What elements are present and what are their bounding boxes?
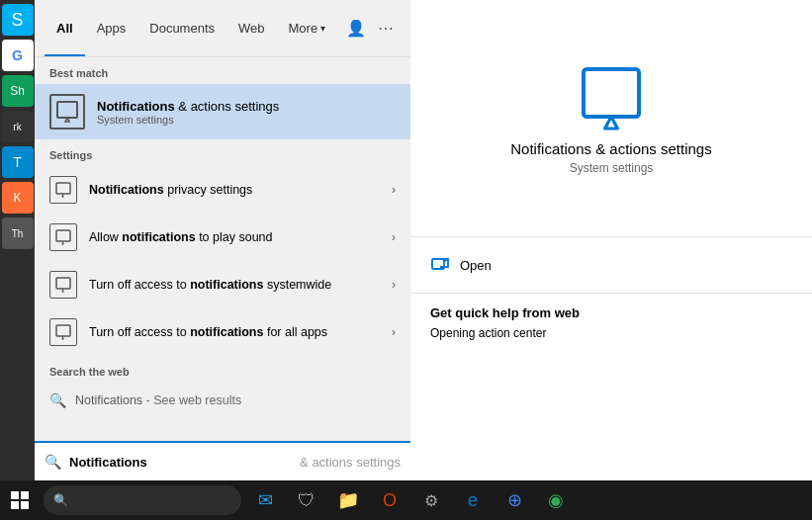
this-icon[interactable]: Th — [2, 217, 34, 249]
skype-icon[interactable]: S — [2, 4, 34, 36]
right-panel-actions: Open — [410, 237, 812, 294]
best-match-label: Best match — [35, 57, 410, 84]
notification-large-icon — [572, 61, 651, 140]
taskbar-folder-icon[interactable]: 📁 — [328, 480, 368, 520]
web-search-suffix: - See web results — [142, 393, 241, 407]
open-label: Open — [460, 258, 492, 273]
best-match-title-rest: & actions settings — [175, 99, 280, 114]
more-label: More — [289, 21, 318, 36]
tab-all[interactable]: All — [45, 0, 85, 56]
settings-item-1[interactable]: Allow notifications to play sound › — [35, 214, 410, 261]
svg-rect-5 — [584, 69, 639, 117]
web-search-text: Notifications - See web results — [75, 393, 241, 407]
taskbar-security-icon[interactable]: 🛡 — [287, 480, 326, 520]
help-text: Opening action center — [430, 326, 792, 340]
settings-item-0[interactable]: Notifications privacy settings › — [35, 166, 410, 214]
results-area: Best match Notifications & actions setti… — [35, 57, 410, 441]
more-options-icon[interactable]: ⋯ — [371, 14, 401, 43]
people-icon[interactable]: 👤 — [341, 14, 371, 43]
taskbar-office-icon[interactable]: O — [370, 480, 409, 520]
chevron-down-icon: ▾ — [320, 23, 325, 34]
tab-apps[interactable]: Apps — [85, 0, 138, 56]
rank-icon[interactable]: rk — [2, 111, 34, 142]
search-input-suffix: & actions settings — [300, 455, 401, 470]
svg-rect-4 — [56, 325, 70, 336]
settings-icon-0 — [49, 176, 77, 204]
best-match-subtitle: System settings — [97, 114, 279, 126]
settings-arrow-0: › — [392, 183, 396, 197]
settings-arrow-2: › — [392, 278, 396, 292]
svg-rect-1 — [56, 183, 70, 194]
web-search-query: Notifications — [75, 393, 142, 407]
start-button[interactable] — [0, 480, 40, 520]
search-input[interactable] — [69, 455, 300, 470]
best-match-text: Notifications & actions settings System … — [97, 99, 279, 126]
taskbar-mail-icon[interactable]: ✉ — [245, 480, 285, 520]
left-sidebar: S G Sh rk T K Th — [0, 0, 35, 480]
taskbar-edge-icon[interactable]: e — [453, 480, 493, 520]
taskbar-search[interactable]: 🔍 — [44, 485, 241, 515]
windows-icon — [11, 491, 29, 509]
right-panel: Notifications & actions settings System … — [410, 0, 812, 480]
tab-more[interactable]: More ▾ — [277, 0, 338, 56]
settings-arrow-1: › — [392, 230, 396, 244]
right-panel-subtitle: System settings — [570, 161, 654, 175]
right-panel-top: Notifications & actions settings System … — [410, 0, 812, 237]
telegram-icon[interactable]: T — [2, 146, 34, 178]
tab-web[interactable]: Web — [226, 0, 277, 56]
taskbar-other-icon[interactable]: ◉ — [536, 480, 576, 520]
settings-label: Settings — [35, 139, 410, 166]
search-tabs: All Apps Documents Web More ▾ 👤 ⋯ — [35, 0, 410, 57]
taskbar-icons: ✉ 🛡 📁 O ⚙ e ⊕ ◉ — [245, 480, 812, 520]
web-search-item[interactable]: 🔍 Notifications - See web results — [35, 383, 410, 418]
svg-rect-2 — [56, 230, 70, 241]
best-match-title-bold: Notifications — [97, 99, 175, 114]
google-icon[interactable]: G — [2, 40, 34, 71]
right-panel-help: Get quick help from web Opening action c… — [410, 294, 812, 352]
keyboard-icon[interactable]: K — [2, 182, 34, 214]
taskbar-chrome-icon[interactable]: ⊕ — [495, 480, 534, 520]
search-input-bar: 🔍 & actions settings — [35, 441, 410, 480]
taskbar: 🔍 ✉ 🛡 📁 O ⚙ e ⊕ ◉ — [0, 480, 812, 520]
taskbar-search-icon: 🔍 — [53, 493, 68, 507]
taskbar-steam-icon[interactable]: ⚙ — [411, 480, 451, 520]
settings-icon-2 — [49, 271, 77, 299]
settings-arrow-3: › — [392, 325, 396, 339]
sheets-icon[interactable]: Sh — [2, 75, 34, 107]
settings-item-text-1: Allow notifications to play sound — [89, 230, 392, 244]
svg-rect-3 — [56, 278, 70, 289]
help-title: Get quick help from web — [430, 305, 792, 320]
web-search-label: Search the web — [35, 356, 410, 383]
tab-documents[interactable]: Documents — [137, 0, 226, 56]
settings-icon-3 — [49, 318, 77, 346]
best-match-item[interactable]: Notifications & actions settings System … — [35, 84, 410, 139]
settings-item-3[interactable]: Turn off access to notifications for all… — [35, 308, 410, 356]
open-icon — [430, 255, 450, 275]
settings-item-text-0: Notifications privacy settings — [89, 183, 392, 197]
open-action[interactable]: Open — [430, 249, 792, 281]
search-circle-icon: 🔍 — [49, 392, 65, 408]
search-panel: All Apps Documents Web More ▾ 👤 ⋯ Best m… — [35, 0, 410, 480]
svg-rect-0 — [57, 102, 77, 118]
right-panel-title: Notifications & actions settings — [491, 140, 731, 157]
search-input-icon: 🔍 — [45, 454, 61, 470]
settings-item-text-2: Turn off access to notifications systemw… — [89, 278, 392, 292]
settings-icon-1 — [49, 223, 77, 251]
best-match-icon — [49, 94, 85, 130]
settings-item-text-3: Turn off access to notifications for all… — [89, 325, 392, 339]
settings-item-2[interactable]: Turn off access to notifications systemw… — [35, 261, 410, 308]
